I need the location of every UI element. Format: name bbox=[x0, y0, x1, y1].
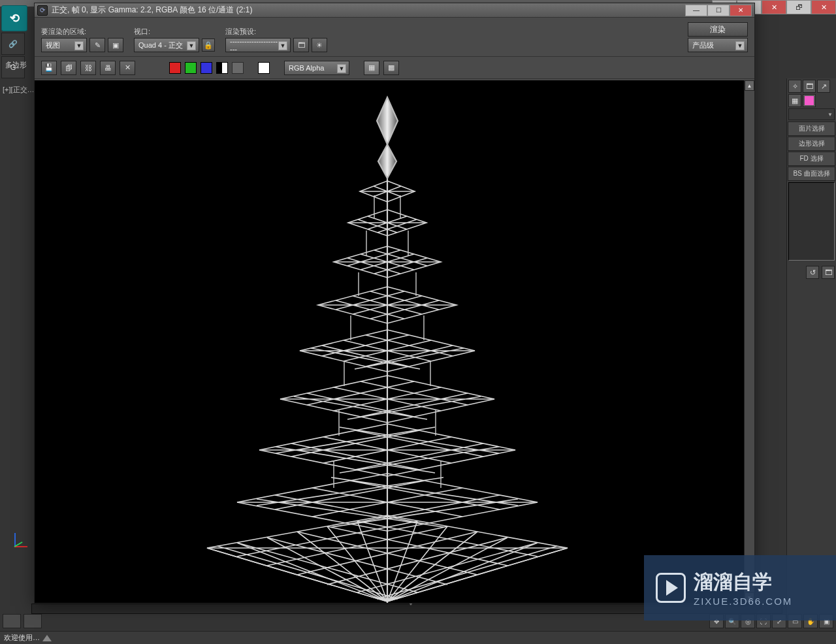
background-swatch[interactable] bbox=[258, 62, 270, 74]
bottom-toolbar bbox=[3, 614, 42, 628]
watermark-url: ZIXUE.3D66.COM bbox=[694, 596, 792, 607]
create-tab-icon[interactable]: ✧ bbox=[788, 80, 801, 93]
watermark-title: 溜溜自学 bbox=[694, 569, 792, 596]
render-frame-window: ⟳ 正交, 帧 0, 显示 Gamma: 2.2, RGBA 颜色 16 位/通… bbox=[34, 3, 755, 604]
render-toolbar-row2: 💾 🗐 ⛓ 🖶 ✕ RGB Alpha ▦ ▩ bbox=[35, 57, 754, 79]
app-close-button[interactable]: ✕ bbox=[762, 0, 786, 14]
color-swatch[interactable] bbox=[805, 96, 814, 105]
selection-mode-4[interactable]: BS 曲面选择 bbox=[788, 167, 835, 181]
render-scrollbar[interactable]: ▲ ▼ bbox=[744, 80, 754, 603]
region-auto-icon[interactable]: ▣ bbox=[108, 38, 123, 52]
subtype-dropdown[interactable] bbox=[788, 108, 835, 120]
config-icon[interactable]: 🗔 bbox=[822, 266, 835, 279]
clear-icon[interactable]: ✕ bbox=[120, 61, 135, 75]
link-tool-icon[interactable]: 🔗 bbox=[1, 33, 25, 55]
axis-gizmo bbox=[9, 533, 29, 553]
render-setup-icon[interactable]: 🗔 bbox=[293, 38, 309, 52]
copy-image-icon[interactable]: 🗐 bbox=[61, 61, 76, 75]
viewport-selector-label: 视口: bbox=[134, 27, 215, 37]
selection-mode-3[interactable]: FD 选择 bbox=[788, 152, 835, 166]
curve-editor-icon[interactable]: ↺ bbox=[806, 266, 819, 279]
toggle-overlay-a-icon[interactable]: ▦ bbox=[364, 61, 379, 75]
selection-mode-1[interactable]: 面片选择 bbox=[788, 121, 835, 136]
render-window-title: 正交, 帧 0, 显示 Gamma: 2.2, RGBA 颜色 16 位/通道 … bbox=[52, 5, 685, 16]
save-image-icon[interactable]: 💾 bbox=[41, 61, 57, 75]
watermark-overlay: 溜溜自学 ZIXUE.3D66.COM bbox=[644, 555, 836, 620]
panel-spacer bbox=[788, 182, 835, 261]
status-resize-icon bbox=[42, 635, 52, 641]
region-edit-icon[interactable]: ✎ bbox=[89, 38, 105, 52]
mono-channel-toggle[interactable] bbox=[216, 62, 228, 74]
watermark-play-icon bbox=[656, 573, 686, 603]
command-panel: ✧ 🗔 ↗ ▦ 面片选择 边形选择 FD 选择 BS 曲面选择 ↺ 🗔 bbox=[786, 78, 836, 618]
parent-close-button[interactable]: ✕ bbox=[811, 0, 836, 14]
scroll-up-icon[interactable]: ▲ bbox=[745, 80, 754, 91]
preset-dropdown[interactable]: ----------------------- bbox=[225, 38, 291, 52]
rendered-tower-svg bbox=[35, 80, 744, 603]
output-mode-dropdown[interactable]: 产品级 bbox=[688, 38, 748, 52]
display-tab-icon[interactable] bbox=[803, 94, 816, 107]
render-window-titlebar[interactable]: ⟳ 正交, 帧 0, 显示 Gamma: 2.2, RGBA 颜色 16 位/通… bbox=[35, 3, 754, 18]
viewport-dropdown[interactable]: Quad 4 - 正交 bbox=[134, 38, 199, 52]
environment-icon[interactable]: ☀ bbox=[312, 38, 327, 52]
preset-label: 渲染预设: bbox=[225, 27, 327, 37]
script-listener-icon[interactable] bbox=[3, 614, 21, 628]
maxscript-icon[interactable] bbox=[24, 614, 42, 628]
green-channel-toggle[interactable] bbox=[185, 62, 197, 74]
print-icon[interactable]: 🖶 bbox=[100, 61, 116, 75]
clone-window-icon[interactable]: ⛓ bbox=[80, 61, 96, 75]
status-bar: 欢迎使用… bbox=[0, 631, 836, 644]
render-minimize-button[interactable]: — bbox=[685, 5, 707, 16]
alpha-channel-toggle[interactable] bbox=[232, 62, 244, 74]
left-ribbon-label: 多边形 bbox=[1, 60, 30, 70]
parent-restore-button[interactable]: 🗗 bbox=[786, 0, 811, 14]
region-label: 要渲染的区域: bbox=[41, 27, 123, 37]
motion-tab-icon[interactable]: ▦ bbox=[788, 94, 801, 107]
left-toolbar: 🔗 G bbox=[1, 33, 27, 80]
render-window-icon: ⟳ bbox=[37, 5, 48, 16]
toggle-overlay-b-icon[interactable]: ▩ bbox=[383, 61, 399, 75]
render-button[interactable]: 渲染 bbox=[688, 22, 748, 37]
modify-tab-icon[interactable]: 🗔 bbox=[803, 80, 816, 93]
render-maximize-button[interactable]: ☐ bbox=[707, 5, 730, 16]
viewport-lock-icon[interactable]: 🔒 bbox=[202, 39, 215, 52]
app-logo-icon[interactable]: ⟲ bbox=[1, 5, 27, 31]
channel-dropdown[interactable]: RGB Alpha bbox=[284, 61, 349, 75]
hierarchy-tab-icon[interactable]: ↗ bbox=[817, 80, 830, 93]
render-close-button[interactable]: ✕ bbox=[730, 5, 752, 16]
viewport-label[interactable]: [+][正交… bbox=[3, 85, 35, 95]
blue-channel-toggle[interactable] bbox=[201, 62, 212, 74]
render-toolbar-row1: 要渲染的区域: 视图 ✎ ▣ 视口: Quad 4 - 正交 🔒 渲染预设: -… bbox=[35, 18, 754, 57]
status-text: 欢迎使用… bbox=[4, 633, 40, 643]
region-dropdown[interactable]: 视图 bbox=[41, 38, 87, 52]
selection-mode-2[interactable]: 边形选择 bbox=[788, 137, 835, 151]
render-output-canvas[interactable] bbox=[35, 80, 744, 603]
red-channel-toggle[interactable] bbox=[169, 62, 181, 74]
